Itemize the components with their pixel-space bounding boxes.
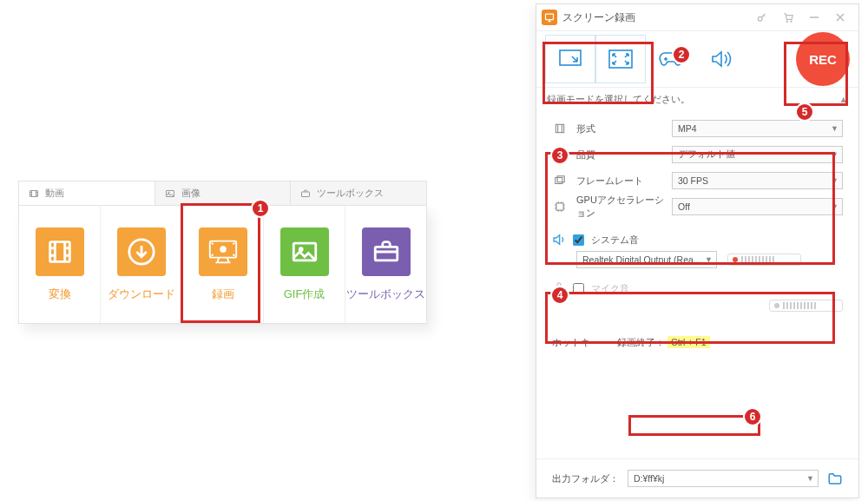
record-mode-strip: REC [536, 30, 858, 88]
svg-point-12 [758, 16, 762, 21]
record-button-label: REC [809, 52, 837, 67]
tab-image[interactable]: 画像 [155, 181, 292, 205]
caret-down-icon: ▼ [705, 255, 713, 264]
meter-dot-icon [774, 303, 779, 308]
speaker-icon [552, 233, 566, 247]
tool-toolbox-label: ツールボックス [346, 287, 425, 302]
output-section: 出力フォルダ： D:¥ff¥kj ▼ [536, 458, 858, 498]
callout-1: 1 [251, 199, 270, 218]
system-audio-meter [727, 254, 801, 266]
callout-4: 4 [550, 286, 569, 305]
minimize-button[interactable] [801, 4, 827, 30]
mic-audio-meter [769, 300, 843, 312]
mic-audio-row: マイク音 [552, 277, 843, 300]
callout-5: 5 [795, 102, 814, 122]
system-audio-checkbox[interactable] [573, 234, 584, 246]
caret-down-icon: ▼ [831, 124, 838, 133]
system-audio-device-value: Realtek Digital Output (Rea... [582, 254, 701, 265]
close-button[interactable] [827, 4, 853, 30]
download-icon [117, 227, 166, 276]
framerate-icon [552, 175, 568, 187]
app-title: スクリーン録画 [562, 10, 635, 25]
app-logo-icon [542, 10, 557, 25]
left-tab-strip: 動画 画像 ツールボックス [18, 181, 427, 205]
tab-image-label: 画像 [181, 187, 201, 200]
setting-framerate-row: フレームレート 30 FPS▼ [552, 168, 843, 194]
setting-framerate-select[interactable]: 30 FPS▼ [672, 172, 843, 189]
titlebar: スクリーン録画 [536, 4, 858, 30]
collapse-triangle-icon[interactable]: ▲ [839, 94, 848, 106]
svg-rect-31 [556, 203, 563, 210]
left-tool-panel: 動画 画像 ツールボックス 変換 ダウンロード [18, 181, 427, 324]
mode-region-button[interactable] [545, 35, 595, 83]
audio-section: システム音 Realtek Digital Output (Rea...▼ マイ… [536, 220, 858, 312]
svg-rect-10 [375, 247, 398, 260]
setting-framerate-label: フレームレート [576, 175, 672, 188]
mode-audio-button[interactable] [696, 35, 746, 83]
key-icon-button[interactable] [749, 4, 775, 30]
setting-gpu-row: GPUアクセラレーション Off▼ [552, 194, 843, 220]
svg-rect-29 [556, 178, 562, 184]
svg-rect-30 [557, 176, 564, 182]
callout-3: 3 [550, 146, 569, 165]
film-icon [28, 188, 40, 200]
svg-rect-16 [609, 50, 632, 68]
caret-down-icon: ▼ [831, 176, 838, 185]
image-icon [164, 188, 176, 200]
svg-rect-11 [546, 14, 554, 20]
meter-bars [741, 256, 774, 263]
tool-convert-label: 変換 [49, 287, 71, 302]
record-button[interactable]: REC [796, 32, 850, 86]
briefcase-icon [299, 188, 312, 200]
tool-convert[interactable]: 変換 [19, 206, 101, 323]
setting-format-label: 形式 [576, 122, 672, 135]
mode-hint-text: 録画モードを選択してください。 [547, 94, 690, 106]
caret-down-icon: ▼ [831, 150, 838, 159]
output-label: 出力フォルダ： [552, 472, 619, 485]
svg-rect-0 [30, 190, 38, 196]
setting-gpu-value: Off [678, 201, 690, 212]
system-audio-row: システム音 [552, 228, 843, 251]
record-settings: 形式 MP4▼ 品質 デフォルト値▼ フレームレート 30 FPS▼ GPUアク… [536, 112, 858, 220]
tool-download[interactable]: ダウンロード [101, 206, 182, 323]
convert-icon [36, 227, 84, 276]
tool-record[interactable]: 録画 [182, 206, 264, 323]
hotkey-stop-label: 録画終了： [617, 337, 665, 347]
tool-record-label: 録画 [212, 287, 234, 302]
record-icon [199, 227, 247, 276]
system-audio-label: システム音 [591, 234, 639, 247]
tool-download-label: ダウンロード [108, 287, 175, 302]
mic-audio-meter-row [576, 300, 843, 312]
tool-row: 変換 ダウンロード 録画 GIF作成 ツールボックス [18, 205, 427, 324]
system-audio-device-row: Realtek Digital Output (Rea...▼ [576, 251, 843, 268]
tab-toolbox-label: ツールボックス [317, 187, 384, 200]
setting-gpu-select[interactable]: Off▼ [672, 198, 843, 215]
hotkey-label: ホットキー [552, 336, 600, 349]
tab-video[interactable]: 動画 [19, 181, 155, 205]
setting-quality-value: デフォルト値 [678, 148, 735, 161]
tool-gif[interactable]: GIF作成 [264, 206, 345, 323]
output-path-value: D:¥ff¥kj [634, 473, 664, 484]
meter-dot-icon [733, 257, 738, 262]
gif-icon [280, 227, 329, 276]
setting-quality-row: 品質 デフォルト値▼ [552, 142, 843, 168]
open-folder-button[interactable] [827, 471, 843, 485]
cart-icon-button[interactable] [775, 4, 801, 30]
output-path-select[interactable]: D:¥ff¥kj ▼ [628, 470, 819, 487]
hotkey-stop-group: 録画終了： Ctrl + F1 [617, 336, 710, 349]
mic-audio-checkbox[interactable] [573, 283, 584, 294]
svg-point-7 [220, 247, 226, 252]
callout-2: 2 [672, 45, 691, 64]
hotkey-section: ホットキー 録画終了： Ctrl + F1 [536, 312, 858, 356]
hotkey-combo: Ctrl + F1 [667, 336, 710, 348]
setting-format-select[interactable]: MP4▼ [672, 120, 843, 137]
tab-toolbox[interactable]: ツールボックス [291, 181, 426, 205]
svg-rect-3 [302, 192, 310, 197]
tab-video-label: 動画 [45, 187, 64, 200]
screen-recorder-window: スクリーン録画 REC 録画モードを選択してください。 ▲ 形式 [536, 3, 859, 498]
mode-fullscreen-button[interactable] [595, 35, 646, 83]
svg-point-13 [786, 21, 787, 22]
setting-quality-select[interactable]: デフォルト値▼ [672, 146, 843, 163]
tool-toolbox[interactable]: ツールボックス [345, 206, 426, 323]
system-audio-device-select[interactable]: Realtek Digital Output (Rea...▼ [576, 251, 717, 268]
